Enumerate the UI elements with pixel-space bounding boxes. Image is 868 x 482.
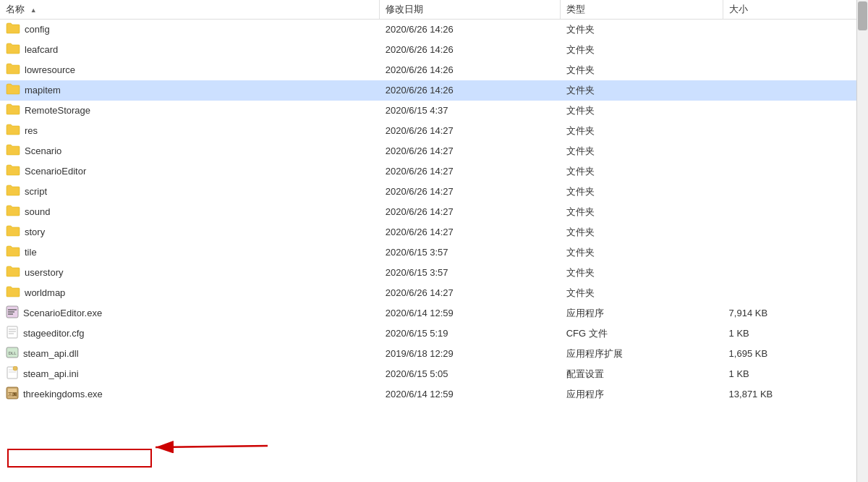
column-header-size[interactable]: 大小 [723, 0, 868, 20]
folder-icon [6, 245, 20, 259]
file-size [723, 202, 868, 222]
file-name-cell: leafcard [0, 40, 380, 60]
file-modified: 2020/6/26 14:26 [380, 40, 561, 60]
file-name-cell: steam_api.ini [0, 364, 380, 384]
table-row[interactable]: ScenarioEditor.exe2020/6/14 12:59应用程序7,9… [0, 303, 868, 324]
file-modified: 2020/6/14 12:59 [380, 384, 561, 405]
file-name-label: lowresource [25, 64, 75, 75]
folder-icon [6, 185, 20, 198]
table-row[interactable]: tile2020/6/15 3:57文件夹 [0, 242, 868, 263]
file-type: 文件夹 [561, 101, 723, 121]
file-size [723, 263, 868, 283]
file-size: 13,871 KB [723, 384, 868, 405]
file-name-cell: ScenarioEditor [0, 161, 380, 182]
file-modified: 2020/6/26 14:26 [380, 60, 561, 80]
file-size [723, 283, 868, 303]
folder-icon [6, 225, 20, 239]
folder-icon [6, 43, 20, 56]
file-size [723, 161, 868, 182]
file-name-cell: userstory [0, 263, 380, 283]
file-type: 文件夹 [561, 202, 723, 222]
file-modified: 2020/6/26 14:27 [380, 161, 561, 182]
file-name-label: threekingdoms.exe [23, 389, 103, 399]
file-size: 7,914 KB [723, 303, 868, 324]
file-modified: 2020/6/26 14:27 [380, 121, 561, 141]
file-type: 文件夹 [561, 182, 723, 202]
svg-text:DLL: DLL [8, 351, 17, 355]
file-type: 文件夹 [561, 242, 723, 263]
file-modified: 2020/6/26 14:27 [380, 202, 561, 222]
file-name-cell: ScenarioEditor.exe [0, 303, 380, 324]
table-row[interactable]: steam_api.ini2020/6/15 5:05配置设置1 KB [0, 364, 868, 384]
table-row[interactable]: DLL steam_api.dll2019/6/18 12:29应用程序扩展1,… [0, 344, 868, 364]
table-row[interactable]: userstory2020/6/15 3:57文件夹 [0, 263, 868, 283]
file-type: 文件夹 [561, 60, 723, 80]
file-type: 应用程序扩展 [561, 344, 723, 364]
table-row[interactable]: script2020/6/26 14:27文件夹 [0, 182, 868, 202]
table-row[interactable]: sound2020/6/26 14:27文件夹 [0, 202, 868, 222]
file-modified: 2020/6/26 14:27 [380, 283, 561, 303]
file-name-label: script [25, 186, 47, 197]
file-type: 应用程序 [561, 303, 723, 324]
folder-icon [6, 83, 20, 97]
file-name-cell: RemoteStorage [0, 101, 380, 121]
table-row[interactable]: RemoteStorage2020/6/15 4:37文件夹 [0, 101, 868, 121]
svg-text:三国: 三国 [8, 392, 17, 397]
file-size [723, 101, 868, 121]
scrollbar[interactable] [856, 0, 868, 482]
file-type: 文件夹 [561, 141, 723, 161]
file-modified: 2020/6/15 3:57 [380, 242, 561, 263]
file-name-label: res [25, 125, 38, 136]
column-header-type[interactable]: 类型 [561, 0, 723, 20]
table-row[interactable]: Scenario2020/6/26 14:27文件夹 [0, 141, 868, 161]
table-row[interactable]: config2020/6/26 14:26文件夹 [0, 20, 868, 40]
column-header-modified[interactable]: 修改日期 [380, 0, 561, 20]
file-type: 文件夹 [561, 121, 723, 141]
table-row[interactable]: ScenarioEditor2020/6/26 14:27文件夹 [0, 161, 868, 182]
folder-icon [6, 63, 20, 77]
file-size [723, 182, 868, 202]
file-name-label: config [25, 24, 50, 35]
file-list: 名称 修改日期 类型 大小 config2020/6/26 14: [0, 0, 868, 482]
file-type: CFG 文件 [561, 324, 723, 344]
file-modified: 2020/6/26 14:27 [380, 182, 561, 202]
file-type: 文件夹 [561, 222, 723, 242]
table-row[interactable]: mapitem2020/6/26 14:26文件夹 [0, 80, 868, 101]
scrollbar-thumb[interactable] [858, 1, 867, 30]
file-modified: 2019/6/18 12:29 [380, 344, 561, 364]
table-row[interactable]: stageeditor.cfg2020/6/15 5:19CFG 文件1 KB [0, 324, 868, 344]
file-name-label: Scenario [25, 145, 61, 156]
folder-icon [6, 266, 20, 279]
file-name-label: ScenarioEditor.exe [23, 308, 102, 318]
file-modified: 2020/6/15 5:19 [380, 324, 561, 344]
file-modified: 2020/6/15 5:05 [380, 364, 561, 384]
sort-arrow-up-icon [30, 4, 37, 14]
svg-rect-4 [7, 326, 17, 338]
file-name-cell: DLL steam_api.dll [0, 344, 380, 364]
file-size [723, 60, 868, 80]
folder-icon [6, 164, 20, 178]
file-name-label: RemoteStorage [25, 105, 90, 116]
file-name-cell: config [0, 20, 380, 40]
table-row[interactable]: lowresource2020/6/26 14:26文件夹 [0, 60, 868, 80]
file-name-cell: script [0, 182, 380, 202]
column-header-name[interactable]: 名称 [0, 0, 380, 20]
file-type: 应用程序 [561, 384, 723, 405]
folder-icon [6, 103, 20, 117]
file-name-cell: 三国 threekingdoms.exe [0, 384, 380, 405]
svg-point-13 [13, 366, 17, 371]
file-name-label: mapitem [25, 85, 61, 96]
table-row[interactable]: story2020/6/26 14:27文件夹 [0, 222, 868, 242]
table-row[interactable]: worldmap2020/6/26 14:27文件夹 [0, 283, 868, 303]
file-name-label: story [25, 227, 45, 237]
cfg-icon [6, 326, 19, 341]
file-modified: 2020/6/15 3:57 [380, 263, 561, 283]
file-size [723, 20, 868, 40]
file-explorer: 名称 修改日期 类型 大小 config2020/6/26 14: [0, 0, 868, 482]
table-row[interactable]: 三国 threekingdoms.exe2020/6/14 12:59应用程序1… [0, 384, 868, 405]
file-name-label: userstory [25, 267, 63, 278]
file-name-cell: sound [0, 202, 380, 222]
folder-icon [6, 286, 20, 300]
table-row[interactable]: res2020/6/26 14:27文件夹 [0, 121, 868, 141]
table-row[interactable]: leafcard2020/6/26 14:26文件夹 [0, 40, 868, 60]
